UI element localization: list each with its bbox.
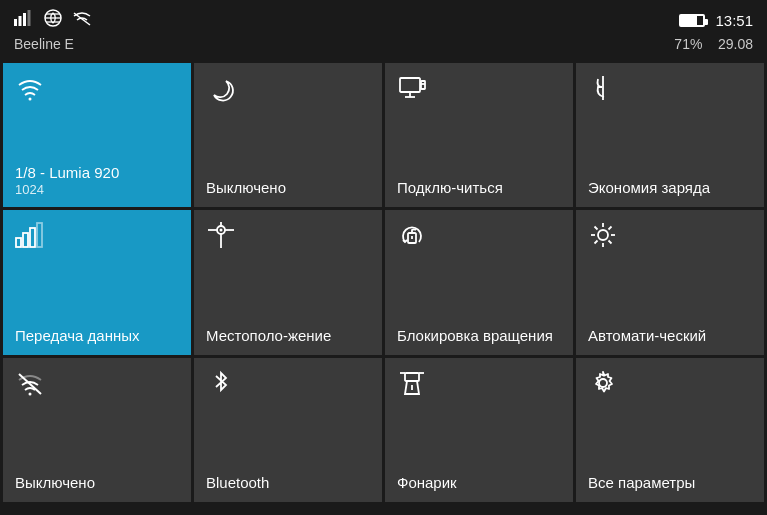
- wifi-off-icon: [15, 368, 179, 402]
- tile-bluetooth-label: Bluetooth: [206, 474, 370, 492]
- status-left: [14, 9, 92, 31]
- brightness-icon: [588, 220, 752, 254]
- svg-rect-19: [37, 223, 42, 247]
- tile-settings-label: Все параметры: [588, 474, 752, 492]
- tile-location[interactable]: Местополо-жение: [194, 210, 382, 354]
- wifi-status-icon: [72, 9, 92, 31]
- tile-data-label: Передача данных: [15, 327, 179, 345]
- svg-line-31: [609, 227, 612, 230]
- tiles-grid: 1/8 - Lumia 920 1024 Выключено Подклю-чи…: [0, 60, 767, 505]
- bluetooth-icon: [206, 368, 370, 402]
- screen-connect-icon: [397, 73, 561, 107]
- status-bar: 13:51: [0, 0, 767, 36]
- svg-point-39: [599, 379, 607, 387]
- tile-connect-label: Подклю-читься: [397, 179, 561, 197]
- data-signal-icon: [42, 9, 64, 31]
- svg-line-29: [595, 227, 598, 230]
- battery-percent-date: 71% 29.08: [674, 36, 753, 52]
- tile-night[interactable]: Выключено: [194, 63, 382, 207]
- signal-bars-icon: [15, 220, 179, 254]
- battery-fill: [681, 16, 696, 25]
- battery-icon: [679, 14, 705, 27]
- svg-point-33: [29, 392, 32, 395]
- tile-data[interactable]: Передача данных: [3, 210, 191, 354]
- date-display: 29.08: [718, 36, 753, 52]
- svg-rect-10: [400, 78, 420, 92]
- svg-rect-2: [23, 13, 26, 26]
- svg-point-21: [220, 229, 223, 232]
- svg-point-9: [29, 98, 32, 101]
- svg-rect-0: [14, 19, 17, 26]
- tile-battery-saver-label: Экономия заряда: [588, 179, 752, 197]
- tile-flashlight-label: Фонарик: [397, 474, 561, 492]
- tile-brightness-label: Автомати-ческий: [588, 327, 752, 345]
- tile-flashlight[interactable]: Фонарик: [385, 358, 573, 502]
- tile-bluetooth[interactable]: Bluetooth: [194, 358, 382, 502]
- svg-rect-17: [23, 233, 28, 247]
- svg-rect-18: [30, 228, 35, 247]
- carrier-bar: Beeline E 71% 29.08: [0, 36, 767, 60]
- tile-location-label: Местополо-жение: [206, 327, 370, 345]
- battery-saver-icon: [588, 73, 752, 107]
- tile-wifi-off-label: Выключено: [15, 474, 179, 492]
- svg-line-32: [595, 241, 598, 244]
- tile-settings[interactable]: Все параметры: [576, 358, 764, 502]
- tile-wifi-off[interactable]: Выключено: [3, 358, 191, 502]
- location-icon: [206, 220, 370, 254]
- svg-rect-3: [28, 10, 31, 26]
- battery-container: [679, 14, 705, 27]
- tile-night-label: Выключено: [206, 179, 370, 197]
- tile-wifi-label: 1/8 - Lumia 920 1024: [15, 164, 179, 197]
- svg-rect-16: [16, 238, 21, 247]
- moon-icon: [206, 73, 370, 107]
- tile-rotation-label: Блокировка вращения: [397, 327, 561, 345]
- time-display: 13:51: [715, 12, 753, 29]
- svg-rect-1: [19, 16, 22, 26]
- tile-brightness[interactable]: Автомати-ческий: [576, 210, 764, 354]
- rotation-lock-icon: [397, 220, 561, 254]
- tile-wifi[interactable]: 1/8 - Lumia 920 1024: [3, 63, 191, 207]
- wifi-tile-icon: [15, 73, 179, 107]
- svg-point-24: [598, 230, 608, 240]
- gear-icon: [588, 368, 752, 402]
- tile-battery-saver[interactable]: Экономия заряда: [576, 63, 764, 207]
- carrier-name: Beeline E: [14, 36, 74, 52]
- battery-percent: 71%: [674, 36, 702, 52]
- svg-rect-35: [405, 373, 419, 381]
- flashlight-icon: [397, 368, 561, 402]
- tile-rotation[interactable]: Блокировка вращения: [385, 210, 573, 354]
- signal-icon: [14, 9, 34, 31]
- svg-line-30: [609, 241, 612, 244]
- svg-rect-13: [421, 81, 425, 89]
- status-right: 13:51: [679, 12, 753, 29]
- tile-connect[interactable]: Подклю-читься: [385, 63, 573, 207]
